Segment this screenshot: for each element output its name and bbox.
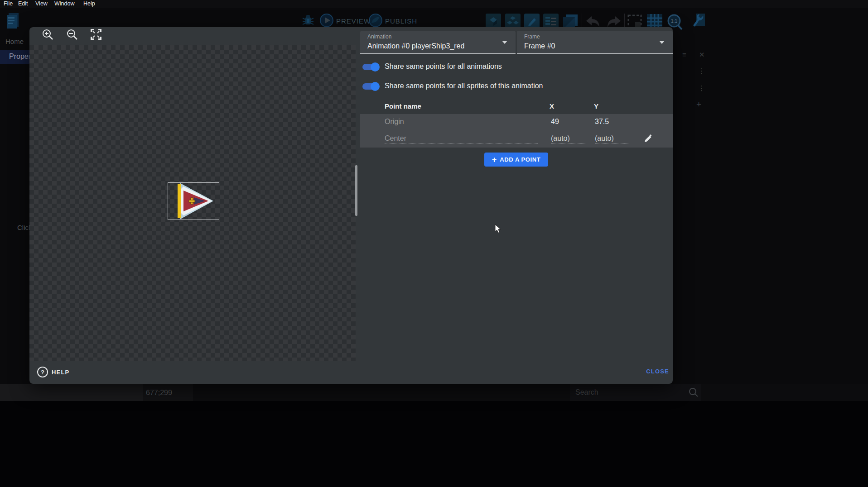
edit-scene-icon (524, 14, 540, 29)
share-points-all-animations-toggle[interactable] (362, 64, 378, 70)
fit-to-screen-icon[interactable] (90, 29, 102, 40)
player-ship-sprite (168, 183, 219, 220)
svg-text:1:1: 1:1 (671, 19, 677, 24)
filter-icon: ≡ (682, 51, 686, 58)
search-input: Search (570, 384, 701, 401)
animation-select[interactable]: Animation Animation #0 playerShip3_red (360, 31, 516, 54)
zoom-in-icon[interactable] (42, 29, 53, 40)
project-manager-icon (6, 12, 19, 29)
close-button[interactable]: CLOSE (646, 368, 669, 375)
help-label: HELP (52, 369, 69, 376)
events-list-icon (543, 14, 559, 29)
chevron-down-icon (659, 41, 665, 44)
toggle-thumb (371, 62, 380, 72)
publish-label: PUBLISH (385, 17, 417, 25)
share-points-all-sprites-toggle[interactable] (362, 83, 378, 90)
toolbar-separator (624, 14, 625, 29)
point-name-field[interactable]: Center (385, 134, 538, 144)
search-placeholder: Search (575, 388, 598, 396)
animation-select-label: Animation (367, 33, 391, 40)
animation-select-value: Animation #0 playerShip3_red (367, 42, 464, 50)
share-points-all-animations-label: Share same points for all animations (385, 62, 502, 71)
edit-points-dialog: Animation Animation #0 playerShip3_red F… (29, 27, 673, 384)
column-header-point-name: Point name (385, 102, 421, 110)
chevron-down-icon (502, 41, 507, 44)
cursor-coordinates: 677;299 (143, 384, 193, 401)
sprite-selection-box[interactable] (168, 183, 219, 220)
kebab-menu-icon: ⋮ (698, 67, 705, 75)
object-icon (486, 14, 501, 29)
objects-group-icon (505, 14, 521, 29)
point-x-field[interactable]: (auto) (551, 134, 585, 144)
column-header-y: Y (594, 102, 598, 110)
add-a-point-button[interactable]: + ADD A POINT (484, 153, 548, 167)
help-button[interactable]: ? HELP (37, 367, 69, 377)
frame-select-label: Frame (524, 33, 540, 40)
point-y-field[interactable]: (auto) (595, 134, 629, 144)
menu-view[interactable]: View (35, 0, 48, 7)
preview-icon (320, 14, 333, 27)
scrollbar-thumb[interactable] (355, 165, 357, 216)
frame-select-value: Frame #0 (524, 42, 555, 50)
add-a-point-label: ADD A POINT (500, 156, 540, 163)
zoom-out-icon[interactable] (66, 29, 78, 40)
preview-label: PREVIEW (336, 17, 371, 25)
toolbar-separator (582, 14, 582, 29)
tab-home: Home (5, 38, 24, 45)
redo-icon (606, 15, 622, 28)
search-icon (689, 387, 699, 397)
point-y-field[interactable]: 37.5 (595, 118, 629, 127)
kebab-menu-icon: ⋮ (698, 84, 705, 92)
add-object-icon: + (696, 100, 701, 110)
frame-select[interactable]: Frame Frame #0 (517, 31, 673, 54)
toggle-thumb (371, 82, 380, 91)
preferences-wrench-icon (690, 13, 706, 30)
menu-help[interactable]: Help (83, 0, 95, 7)
status-left-block (0, 384, 143, 401)
table-row-origin: Origin 49 37.5 (360, 114, 673, 131)
point-x-field[interactable]: 49 (551, 118, 585, 127)
plus-icon: + (492, 156, 497, 164)
mouse-cursor (495, 224, 502, 234)
menu-window[interactable]: Window (54, 0, 74, 7)
menu-bar: File Edit View Window Help (0, 0, 868, 8)
undo-icon (585, 15, 601, 28)
point-name-field[interactable]: Origin (385, 118, 538, 127)
menu-file[interactable]: File (4, 0, 13, 7)
status-bar: 677;299 Search (0, 384, 868, 401)
share-points-all-sprites-label: Share same points for all sprites of thi… (385, 82, 543, 90)
close-panel-icon: ✕ (699, 51, 705, 59)
help-question-icon: ? (37, 367, 48, 377)
column-header-x: X (550, 102, 554, 110)
edit-point-pencil-icon[interactable] (643, 134, 653, 144)
bottom-filler (0, 401, 868, 487)
publish-icon (369, 14, 382, 27)
debug-icon (301, 14, 315, 28)
menu-edit[interactable]: Edit (18, 0, 28, 7)
table-row-center: Center (auto) (auto) (360, 131, 673, 148)
dialog-footer: ? HELP CLOSE (29, 361, 673, 384)
tab-properties: Proper (0, 50, 29, 64)
toolbar-separator (687, 14, 687, 29)
